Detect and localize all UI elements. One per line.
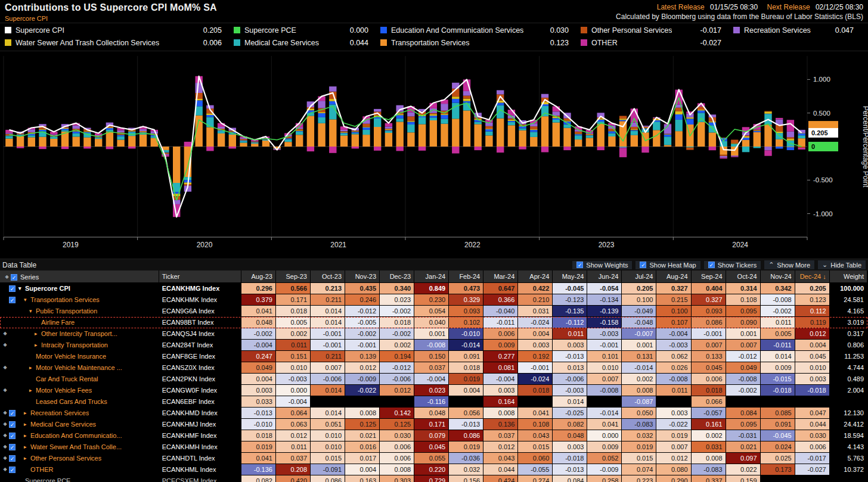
value-cell: 0.014 [311,385,345,396]
hide-table-button[interactable]: ⌄Hide Table [818,260,866,269]
bar-segment [385,133,392,147]
row-checkbox[interactable]: ✓ [9,410,16,416]
bar-segment [229,147,236,148]
legend-item-education-and-communication-services[interactable]: Education And Communication Services0.03… [380,24,578,36]
row-checkbox[interactable]: ✓ [9,285,16,292]
value-cell: 0.009 [483,340,518,351]
value-cell: 0.043 [518,430,553,441]
series-cell[interactable]: Leased Cars And Trucks [0,396,159,408]
series-cell[interactable]: Car And Truck Rental [0,374,159,385]
column-header-apr-24[interactable]: Apr-24 [518,270,553,283]
expand-right-icon[interactable]: ▸ [24,441,30,452]
column-header-dec-23[interactable]: Dec-23 [380,270,414,283]
show-weights-checkbox[interactable]: ✓Show Weights [572,261,632,269]
expand-right-icon[interactable]: ▸ [24,408,30,418]
row-checkbox[interactable]: ✓ [9,421,16,428]
expand-right-icon[interactable]: ▸ [24,419,30,430]
series-cell[interactable]: Airline Fare [0,317,159,328]
row-checkbox[interactable]: ✓ [9,444,16,450]
column-header-series[interactable]: ◆✓Series [0,270,159,283]
row-checkbox[interactable]: ✓ [9,297,16,303]
value-cell: -0.112 [553,317,587,328]
ticker-cell: ECANKHMD Index [159,408,241,419]
row-checkbox[interactable]: ✓ [9,455,16,462]
series-cell[interactable]: ◆✓OTHER [0,464,159,475]
row-checkbox[interactable]: ✓ [9,433,16,439]
series-cell[interactable]: ✓▾Supercore CPI [0,283,159,294]
expand-down-icon[interactable]: ▾ [29,306,36,316]
series-cell[interactable]: ◆✓▸Other Personal Services [0,453,159,464]
legend-item-transportation-services[interactable]: Transportation Services0.123 [380,36,578,49]
column-header-oct-24[interactable]: Oct-24 [726,270,760,283]
column-header-oct-23[interactable]: Oct-23 [311,270,345,283]
column-header-sep-23[interactable]: Sep-23 [275,270,310,283]
legend-item-supercore-cpi[interactable]: Supercore CPI0.205 [5,24,231,36]
series-cell[interactable]: ◆✓▸Medical Care Services [0,419,159,430]
legend-item-water-sewer-and-trash-collection-services[interactable]: Water Sewer And Trash Collection Service… [5,36,231,49]
show-heat-map-checkbox[interactable]: ✓Show Heat Map [636,261,700,269]
table-row-motor-vehicle-insurance: Motor Vehicle InsuranceECANF8GE Index0.2… [0,351,867,362]
value-cell: 0.100 [656,306,691,317]
legend-item-supercore-pce[interactable]: Supercore PCE0.000 [234,24,378,36]
column-header-jan-24[interactable]: Jan-24 [414,270,449,283]
select-all-checkbox[interactable]: ✓ [11,274,17,281]
show-more-button[interactable]: ⌃Show More [764,260,814,269]
expand-right-icon[interactable]: ▸ [35,340,41,350]
expand-right-icon[interactable]: ▸ [24,430,30,441]
series-cell[interactable]: ◆▸Other Intercity Transport... [0,328,159,340]
column-header-may-24[interactable]: May-24 [553,270,587,283]
bar-segment [563,147,571,150]
bar-segment [162,152,169,153]
series-cell[interactable]: Supercore PCE [0,475,159,482]
column-header-jul-24[interactable]: Jul-24 [622,270,656,283]
value-cell: -0.048 [622,317,656,328]
legend-item-other[interactable]: OTHER-0.027 [581,36,731,49]
legend-value: 0.030 [550,26,578,35]
row-checkbox[interactable]: ✓ [9,467,16,473]
series-cell[interactable]: ◆▸Motor Vehicle Maintenance ... [0,362,159,374]
column-header-nov-24[interactable]: Nov-24 [760,270,795,283]
value-cell: 0.037 [275,453,310,464]
value-cell: 0.090 [726,317,760,328]
column-header-aug-23[interactable]: Aug-23 [241,270,275,283]
column-header-nov-23[interactable]: Nov-23 [345,270,380,283]
value-cell: 0.052 [587,453,622,464]
value-cell: 0.084 [726,408,760,419]
value-cell: 0.435 [345,283,380,294]
column-header-jun-24[interactable]: Jun-24 [587,270,622,283]
expand-right-icon[interactable]: ▸ [24,453,30,464]
expand-right-icon[interactable]: ▸ [29,362,36,373]
column-header-mar-24[interactable]: Mar-24 [483,270,518,283]
value-cell: 0.164 [483,396,518,408]
expand-right-icon[interactable]: ▸ [35,328,41,339]
column-header-weight[interactable]: Weight [829,270,867,283]
legend-item-recreation-services[interactable]: Recreation Services0.047 [733,24,863,36]
series-cell[interactable]: ✓▾Transportation Services [0,294,159,306]
bar-segment [128,136,135,147]
control-label: Show Weights [586,262,628,269]
series-cell[interactable]: ◆✓▸Water Sewer And Trash Colle... [0,441,159,453]
column-header-ticker[interactable]: Ticker [159,270,241,283]
attribution-text: Calculated by Bloomberg using data from … [616,12,863,21]
bar-segment [530,132,537,137]
column-header-dec-24[interactable]: Dec-24 ↓ [795,270,829,283]
value-cell: 0.210 [518,294,553,306]
show-tickers-checkbox[interactable]: ✓Show Tickers [704,261,761,269]
legend-item-medical-care-services[interactable]: Medical Care Services0.044 [234,36,378,49]
current-value-label: 0.205 [811,129,828,136]
expand-down-icon[interactable]: ▾ [24,294,30,305]
series-cell[interactable]: ◆▸Motor Vehicle Fees [0,385,159,396]
column-header-aug-24[interactable]: Aug-24 [656,270,691,283]
expand-right-icon[interactable]: ▸ [29,385,36,396]
column-header-feb-24[interactable]: Feb-24 [449,270,483,283]
series-cell[interactable]: Motor Vehicle Insurance [0,351,159,362]
expand-down-icon[interactable]: ▾ [18,283,25,294]
series-cell[interactable]: ◆▸Intracity Transportation [0,340,159,351]
series-cell[interactable]: ◆✓▸Education And Communicatio... [0,430,159,441]
series-cell[interactable]: ◆✓▸Recreation Services [0,408,159,419]
table-row-other-personal-services: ◆✓▸Other Personal ServicesECANHDTL Index… [0,453,867,464]
value-cell [656,396,691,408]
series-cell[interactable]: ▾Public Transportation [0,306,159,317]
column-header-sep-24[interactable]: Sep-24 [691,270,726,283]
legend-item-other-personal-services[interactable]: Other Personal Services-0.017 [581,24,731,36]
